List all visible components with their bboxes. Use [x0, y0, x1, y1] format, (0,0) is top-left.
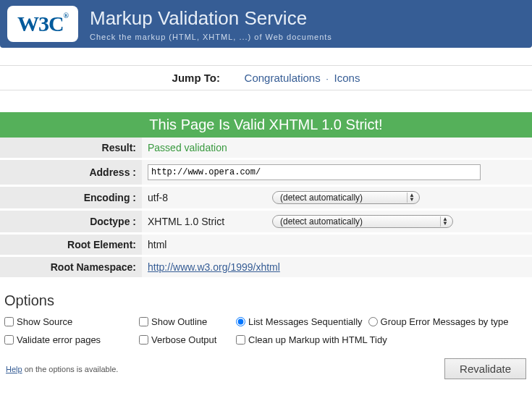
result-row: Result: Passed validation	[0, 138, 532, 159]
results-table: Result: Passed validation Address : Enco…	[0, 138, 532, 279]
root-element-label: Root Element:	[0, 234, 142, 256]
encoding-label: Encoding :	[0, 186, 142, 210]
w3c-logo[interactable]: W3C®	[7, 6, 78, 42]
help-text: Help on the options is available.	[6, 365, 118, 373]
jump-to-icons[interactable]: Icons	[334, 72, 360, 84]
encoding-row: Encoding : utf-8 (detect automatically) …	[0, 186, 532, 210]
address-input[interactable]	[148, 164, 481, 180]
root-namespace-link[interactable]: http://www.w3.org/1999/xhtml	[148, 261, 280, 273]
header-titles: Markup Validation Service Check the mark…	[90, 7, 332, 41]
doctype-row: Doctype : XHTML 1.0 Strict (detect autom…	[0, 210, 532, 234]
list-sequentially-radio[interactable]: List Messages Sequentially	[236, 316, 363, 327]
help-link[interactable]: Help	[6, 365, 22, 373]
header: W3C® Markup Validation Service Check the…	[0, 0, 532, 48]
show-outline-checkbox[interactable]: Show Outline	[139, 316, 236, 327]
root-element-row: Root Element: html	[0, 234, 532, 256]
jump-to-bar: Jump To: Congratulations · Icons	[0, 65, 532, 90]
updown-icon: ▲▼	[440, 216, 449, 227]
group-errors-radio[interactable]: Group Error Messages by type	[368, 316, 509, 327]
doctype-select[interactable]: (detect automatically) ▲▼	[272, 215, 453, 228]
cleanup-tidy-checkbox[interactable]: Clean up Markup with HTML Tidy	[236, 334, 387, 345]
updown-icon: ▲▼	[407, 193, 416, 203]
doctype-label: Doctype :	[0, 210, 142, 234]
logo-text: W3C®	[17, 12, 68, 36]
jump-to-label: Jump To:	[172, 72, 220, 84]
jump-to-congratulations[interactable]: Congratulations	[245, 72, 321, 84]
page-subtitle: Check the markup (HTML, XHTML, ...) of W…	[90, 33, 332, 41]
show-source-checkbox[interactable]: Show Source	[4, 316, 139, 327]
root-namespace-row: Root Namespace: http://www.w3.org/1999/x…	[0, 256, 532, 279]
encoding-select[interactable]: (detect automatically) ▲▼	[272, 191, 420, 204]
options-title: Options	[4, 292, 528, 309]
result-label: Result:	[0, 138, 142, 159]
validation-banner: This Page Is Valid XHTML 1.0 Strict!	[0, 112, 532, 138]
revalidate-button[interactable]: Revalidate	[444, 358, 526, 379]
encoding-value: utf-8	[148, 192, 272, 203]
jump-to-separator: ·	[326, 73, 329, 84]
root-element-value: html	[142, 234, 532, 256]
validate-error-pages-checkbox[interactable]: Validate error pages	[4, 334, 139, 345]
address-label: Address :	[0, 159, 142, 186]
result-value: Passed validation	[148, 142, 227, 153]
page-title: Markup Validation Service	[90, 7, 332, 30]
address-row: Address :	[0, 159, 532, 186]
options-section: Options Show Source Show Outline List Me…	[0, 292, 532, 388]
doctype-value: XHTML 1.0 Strict	[148, 216, 272, 227]
verbose-output-checkbox[interactable]: Verbose Output	[139, 334, 236, 345]
encoding-select-label: (detect automatically)	[280, 193, 363, 203]
root-namespace-label: Root Namespace:	[0, 256, 142, 279]
doctype-select-label: (detect automatically)	[280, 216, 363, 227]
